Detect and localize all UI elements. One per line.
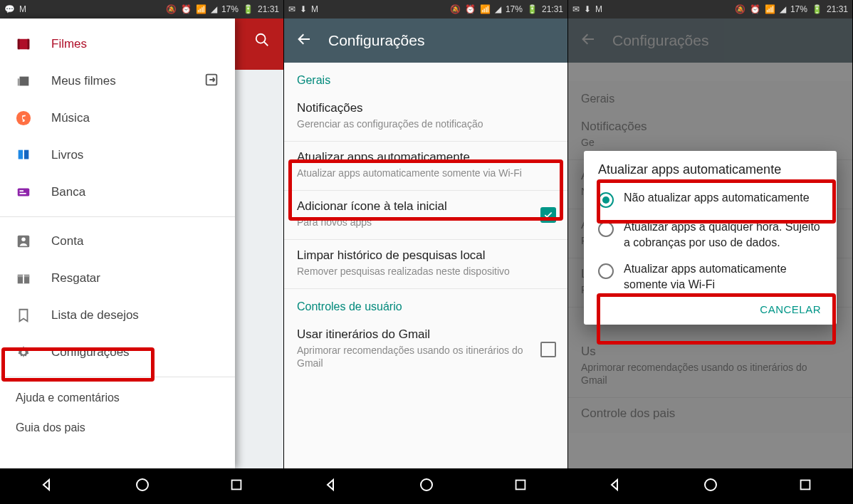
download-icon: ⬇: [300, 4, 307, 14]
signal-icon: ◢: [495, 4, 501, 14]
android-nav-bar: [0, 468, 283, 504]
radio-unselected-icon: [598, 263, 614, 279]
svg-rect-11: [20, 193, 26, 194]
mute-icon: 🔕: [166, 4, 177, 14]
drawer-item-resgatar[interactable]: Resgatar: [0, 260, 235, 297]
radio-option-wifi[interactable]: Atualizar apps automaticamente somente v…: [594, 256, 827, 298]
setting-clear-history[interactable]: Limpar histórico de pesquisas local Remo…: [284, 240, 567, 289]
drawer-item-conta[interactable]: Conta: [0, 223, 235, 260]
back-nav-icon[interactable]: [607, 476, 624, 496]
signal-icon: ◢: [211, 4, 217, 14]
drawer-item-config[interactable]: Configurações: [0, 334, 235, 371]
drawer-item-label: Livros: [51, 148, 83, 162]
setting-notifications[interactable]: Notificações Gerenciar as configurações …: [284, 93, 567, 142]
mute-icon: 🔕: [735, 4, 745, 14]
drawer-item-label: Configurações: [51, 345, 130, 359]
cancel-button[interactable]: CANCELAR: [760, 303, 821, 315]
wifi-icon: 📶: [765, 4, 775, 14]
home-nav-icon[interactable]: [418, 476, 435, 496]
battery-pct: 17%: [221, 4, 239, 14]
section-header: Gerais: [284, 63, 567, 93]
drawer-item-banca[interactable]: Banca: [0, 174, 235, 211]
drawer-item-label: Filmes: [51, 37, 87, 51]
setting-title: Adicionar ícone à tela inicial: [297, 199, 555, 214]
wifi-icon: 📶: [196, 4, 206, 14]
drawer-item-livros[interactable]: Livros: [0, 137, 235, 174]
drawer-item-desejos[interactable]: Lista de desejos: [0, 297, 235, 334]
settings-screen-dimmed: Configurações Gerais NotificaçõesGe AN A…: [568, 19, 852, 468]
android-nav-bar: [568, 468, 852, 504]
signal-icon: ◢: [780, 4, 786, 14]
setting-auto-update[interactable]: Atualizar apps automaticamente Atualizar…: [284, 142, 567, 191]
svg-line-1: [264, 42, 268, 46]
section-header: Controles de usuário: [284, 289, 567, 319]
back-icon[interactable]: [295, 31, 313, 51]
gmail-icon: M: [595, 4, 602, 14]
drawer-item-meus-filmes[interactable]: Meus filmes: [0, 63, 235, 100]
radio-option-anytime[interactable]: Atualizar apps a qualquer hora. Sujeito …: [594, 214, 827, 256]
setting-add-icon[interactable]: Adicionar ícone à tela inicial Para novo…: [284, 191, 567, 240]
checkbox-checked-icon[interactable]: [540, 207, 556, 223]
battery-icon: 🔋: [527, 4, 538, 14]
status-bar: 💬 M 🔕 ⏰ 📶 ◢ 17% 🔋 21:31: [0, 0, 283, 19]
mute-icon: 🔕: [450, 4, 461, 14]
drawer-item-musica[interactable]: Música: [0, 100, 235, 137]
checkbox-unchecked-icon[interactable]: [540, 342, 556, 357]
search-button[interactable]: [241, 19, 283, 61]
svg-rect-24: [801, 481, 810, 490]
pane-drawer: 💬 M 🔕 ⏰ 📶 ◢ 17% 🔋 21:31 GÊNERO MAIS Moor…: [0, 0, 284, 504]
recents-nav-icon[interactable]: [513, 477, 528, 495]
redeem-icon: [16, 271, 31, 286]
drawer-item-label: Música: [51, 111, 90, 125]
setting-subtitle: Remover pesquisas realizadas neste dispo…: [297, 265, 555, 278]
gear-icon: [16, 345, 31, 360]
battery-icon: 🔋: [243, 4, 253, 14]
svg-rect-10: [20, 190, 24, 191]
mail-icon: ✉: [288, 4, 295, 14]
svg-rect-16: [23, 275, 24, 284]
pane-settings: ✉ ⬇ M 🔕 ⏰ 📶 ◢ 17% 🔋 21:31 Configurações …: [284, 0, 568, 504]
svg-rect-22: [516, 481, 525, 490]
radio-option-none[interactable]: Não atualizar apps automaticamente: [594, 184, 827, 214]
alarm-icon: ⏰: [181, 4, 192, 14]
android-nav-bar: [284, 468, 567, 504]
book-icon: [16, 147, 31, 163]
home-nav-icon[interactable]: [134, 476, 151, 496]
more-link-2[interactable]: MAIS: [256, 340, 276, 350]
svg-rect-20: [232, 481, 241, 490]
status-bar: ✉ ⬇ M 🔕 ⏰ 📶 ◢ 17% 🔋 21:31: [568, 0, 852, 19]
radio-selected-icon: [598, 192, 614, 208]
recents-nav-icon[interactable]: [229, 477, 244, 495]
gmail-icon: M: [311, 4, 318, 14]
more-link-1[interactable]: MAIS: [256, 168, 276, 178]
setting-gmail-itineraries[interactable]: Usar itinerários do Gmail Aprimorar reco…: [284, 319, 567, 381]
music-icon: [16, 110, 31, 126]
auto-update-dialog: Atualizar apps automaticamente Não atual…: [584, 151, 837, 325]
back-nav-icon[interactable]: [39, 476, 56, 496]
setting-subtitle: Aprimorar recomendações usando os itiner…: [297, 344, 555, 371]
app-bar: Configurações: [284, 19, 567, 63]
setting-title: Limpar histórico de pesquisas local: [297, 248, 555, 263]
radio-label: Não atualizar apps automaticamente: [624, 190, 810, 206]
setting-title: Notificações: [297, 101, 555, 115]
svg-point-0: [256, 34, 266, 43]
drawer-item-filmes[interactable]: Filmes: [0, 26, 235, 63]
download-icon: ⬇: [584, 4, 591, 14]
bookmark-icon: [16, 308, 31, 323]
library-icon: [16, 73, 31, 89]
svg-rect-9: [18, 189, 30, 196]
svg-point-19: [137, 479, 148, 490]
status-bar: ✉ ⬇ M 🔕 ⏰ 📶 ◢ 17% 🔋 21:31: [284, 0, 567, 19]
tab-genero[interactable]: GÊNERO: [232, 70, 283, 98]
drawer-item-guia[interactable]: Guia dos pais: [0, 413, 235, 443]
battery-pct: 17%: [790, 4, 807, 14]
svg-point-18: [21, 350, 26, 355]
back-nav-icon[interactable]: [323, 476, 340, 496]
drawer-item-ajuda[interactable]: Ajuda e comentários: [0, 383, 235, 413]
recents-nav-icon[interactable]: [797, 477, 813, 495]
alarm-icon: ⏰: [750, 4, 760, 14]
settings-list[interactable]: Gerais Notificações Gerenciar as configu…: [284, 63, 567, 468]
setting-subtitle: Atualizar apps automaticamente somente v…: [297, 167, 555, 180]
svg-point-13: [21, 238, 26, 242]
home-nav-icon[interactable]: [702, 476, 719, 496]
